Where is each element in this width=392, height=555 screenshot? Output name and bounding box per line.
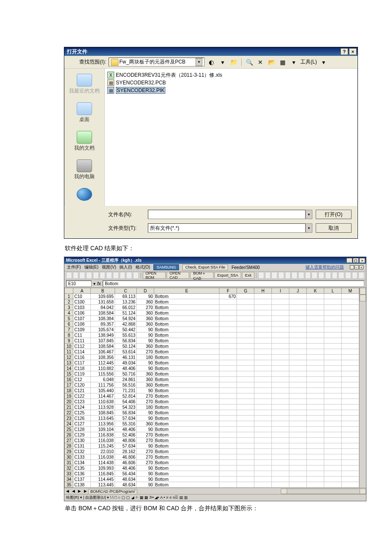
cell[interactable]: [272, 371, 289, 377]
cell[interactable]: [254, 360, 272, 366]
cell[interactable]: [307, 338, 324, 344]
menu-format[interactable]: 格式(O): [135, 264, 150, 270]
cell[interactable]: [307, 465, 324, 471]
cell[interactable]: [341, 360, 359, 366]
cell[interactable]: 48.806: [115, 438, 136, 443]
cell[interactable]: C134: [73, 460, 91, 465]
cell[interactable]: Bottom: [154, 371, 219, 377]
cell[interactable]: 42.868: [115, 321, 136, 327]
cell[interactable]: [219, 477, 237, 482]
cell[interactable]: [324, 388, 342, 393]
table-row[interactable]: 19C122114.46752.814270Bottom: [65, 393, 359, 399]
menu-insert[interactable]: 插入(I): [119, 264, 132, 270]
cell[interactable]: 114.467: [91, 393, 115, 399]
cell[interactable]: Bottom: [154, 460, 219, 465]
sheet-tab[interactable]: BOM\CAD /PCB/Program/: [88, 489, 137, 494]
cell[interactable]: 105.440: [91, 388, 115, 393]
close-button[interactable]: ×: [349, 48, 357, 55]
row-header[interactable]: 18: [65, 388, 73, 393]
cell[interactable]: [341, 310, 359, 316]
cell[interactable]: [289, 310, 307, 316]
cell[interactable]: [341, 482, 359, 488]
cell[interactable]: [289, 410, 307, 416]
cell[interactable]: 46.131: [115, 355, 136, 360]
cell[interactable]: 57.634: [115, 416, 136, 421]
cell[interactable]: [341, 443, 359, 449]
cell[interactable]: 270: [136, 432, 154, 438]
cell[interactable]: 109.993: [91, 465, 115, 471]
look-in-combo[interactable]: Fw_两块板子的元器件及PCB ▼: [109, 58, 205, 66]
cell[interactable]: 270: [136, 305, 154, 310]
cell[interactable]: 22.010: [91, 449, 115, 454]
column-header[interactable]: I: [272, 288, 289, 294]
cell[interactable]: [324, 332, 342, 338]
cell[interactable]: [307, 438, 324, 443]
cell[interactable]: 106.467: [91, 349, 115, 355]
cell[interactable]: 108.384: [91, 316, 115, 321]
cell[interactable]: Bottom: [154, 443, 219, 449]
cell[interactable]: [289, 338, 307, 344]
cell[interactable]: 66.012: [115, 305, 136, 310]
save-icon[interactable]: [79, 272, 85, 279]
file-row-selected[interactable]: ▤ SYENCODER32.PIK: [107, 87, 355, 94]
cell[interactable]: [219, 465, 237, 471]
cell[interactable]: 113.645: [91, 416, 115, 421]
menu-feeder[interactable]: Feeder/SM400: [231, 265, 259, 270]
cell[interactable]: [272, 360, 289, 366]
cell[interactable]: [341, 377, 359, 382]
row-header[interactable]: 33: [65, 471, 73, 477]
cell[interactable]: 48.406: [115, 366, 136, 371]
cell[interactable]: Bottom: [154, 316, 219, 321]
cell[interactable]: [254, 349, 272, 355]
column-header[interactable]: E: [154, 288, 219, 294]
cell[interactable]: [254, 471, 272, 477]
cell[interactable]: [324, 449, 342, 454]
cell[interactable]: [254, 355, 272, 360]
table-row[interactable]: 31C134114.43846.606270Bottom: [65, 460, 359, 465]
cell[interactable]: 90: [136, 443, 154, 449]
cell[interactable]: [324, 316, 342, 321]
cell[interactable]: 270: [136, 454, 154, 460]
maximize-icon[interactable]: ▢: [353, 258, 359, 263]
row-header[interactable]: 6: [65, 321, 73, 327]
cell[interactable]: [219, 349, 237, 355]
row-header[interactable]: 17: [65, 382, 73, 388]
cell[interactable]: 54.406: [115, 399, 136, 405]
cell[interactable]: [219, 416, 237, 421]
cell[interactable]: C126: [73, 416, 91, 421]
cell[interactable]: [289, 316, 307, 321]
cell[interactable]: [289, 382, 307, 388]
cell[interactable]: [254, 482, 272, 488]
row-header[interactable]: 11: [65, 349, 73, 355]
place-mycomputer[interactable]: 我的电脑: [74, 159, 95, 180]
scroll-right-icon[interactable]: [360, 489, 366, 494]
cell[interactable]: C135: [73, 465, 91, 471]
cell[interactable]: Bottom: [154, 294, 219, 299]
table-row[interactable]: 35C138113.44548.63490Bottom: [65, 482, 359, 488]
cell[interactable]: [341, 321, 359, 327]
cell[interactable]: [272, 332, 289, 338]
cell[interactable]: [237, 327, 254, 332]
cell[interactable]: 24.861: [115, 377, 136, 382]
cell[interactable]: 114.445: [91, 477, 115, 482]
cell[interactable]: Bottom: [154, 454, 219, 460]
cell[interactable]: [289, 305, 307, 310]
column-header[interactable]: [65, 288, 73, 294]
cell[interactable]: [272, 377, 289, 382]
cell[interactable]: [289, 460, 307, 465]
cell[interactable]: [307, 344, 324, 349]
cell[interactable]: [307, 471, 324, 477]
back-icon[interactable]: ◐: [207, 58, 216, 66]
cell[interactable]: [237, 344, 254, 349]
chevron-down-icon[interactable]: ▼: [306, 210, 312, 219]
row-header[interactable]: 25: [65, 427, 73, 432]
cell[interactable]: 55.316: [115, 421, 136, 427]
cell[interactable]: [219, 316, 237, 321]
cell[interactable]: [237, 443, 254, 449]
cell[interactable]: [307, 399, 324, 405]
row-header[interactable]: 2: [65, 299, 73, 305]
cell[interactable]: Bottom: [154, 427, 219, 432]
cell[interactable]: [237, 399, 254, 405]
cell[interactable]: [307, 299, 324, 305]
cell[interactable]: [237, 454, 254, 460]
